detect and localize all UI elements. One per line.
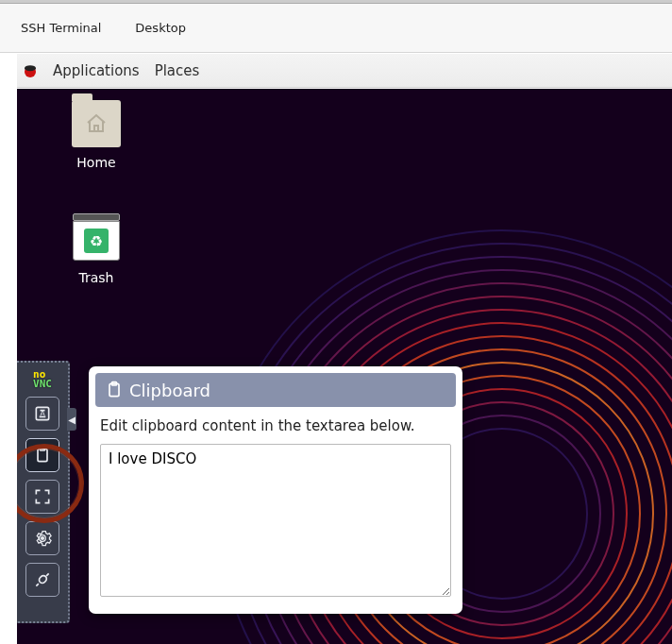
clipboard-textarea[interactable] (100, 444, 451, 597)
novnc-logo: no VNC (33, 370, 52, 389)
tab-desktop[interactable]: Desktop (133, 17, 188, 39)
novnc-control-panel: no VNC A ◀ (17, 361, 70, 623)
gnome-top-bar: Applications Places (17, 53, 672, 88)
svg-rect-18 (94, 126, 98, 131)
novnc-collapse-handle[interactable]: ◀ (67, 408, 76, 431)
novnc-keyboard-button[interactable]: A (25, 397, 59, 431)
keyboard-icon: A (33, 404, 52, 423)
clipboard-title: Clipboard (129, 381, 210, 400)
novnc-fullscreen-button[interactable] (25, 480, 59, 514)
clipboard-icon (105, 381, 124, 399)
desktop-icon-label: Home (55, 155, 138, 170)
gear-icon (33, 529, 52, 548)
desktop-icon-home[interactable]: Home (55, 100, 138, 170)
desktop-icon-trash[interactable]: ♻ Trash (55, 213, 138, 285)
clipboard-popup-header: Clipboard (95, 373, 456, 407)
desktop-icon-label: Trash (55, 270, 138, 285)
novnc-clipboard-button[interactable] (25, 438, 59, 472)
trash-icon: ♻ (73, 213, 120, 263)
novnc-disconnect-button[interactable] (25, 563, 59, 597)
redhat-icon (23, 63, 38, 78)
plug-icon (33, 570, 52, 589)
clipboard-instructions: Edit clipboard content in the textarea b… (100, 417, 451, 434)
clipboard-icon (33, 446, 52, 465)
fullscreen-icon (33, 487, 52, 506)
folder-icon (72, 100, 121, 147)
browser-tabbar: SSH Terminal Desktop (0, 4, 672, 53)
svg-text:A: A (40, 409, 45, 417)
svg-point-1 (25, 65, 36, 71)
novnc-settings-button[interactable] (25, 521, 59, 555)
clipboard-popup: Clipboard Edit clipboard content in the … (89, 366, 462, 614)
svg-point-23 (41, 536, 44, 540)
menu-applications[interactable]: Applications (53, 62, 140, 79)
desktop-area[interactable]: Home ♻ Trash no VNC A ◀ (17, 89, 672, 644)
tab-ssh-terminal[interactable]: SSH Terminal (19, 17, 103, 39)
menu-places[interactable]: Places (155, 62, 200, 79)
